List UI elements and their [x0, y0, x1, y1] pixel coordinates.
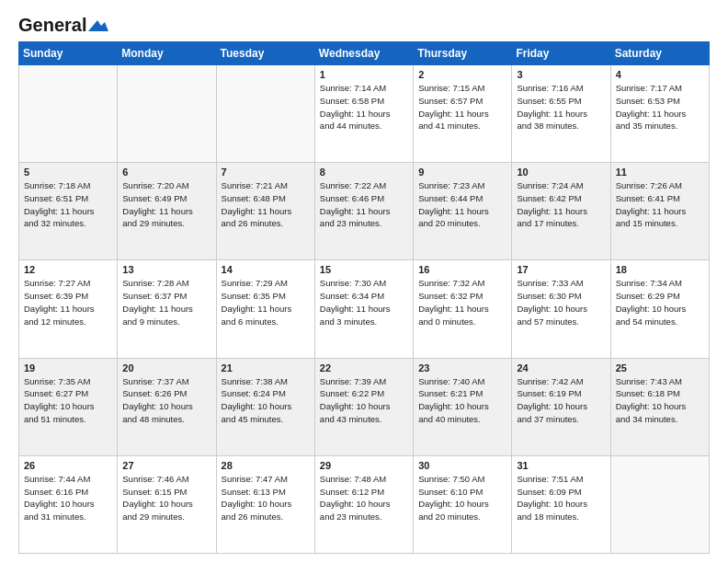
week-row-4: 26Sunrise: 7:44 AM Sunset: 6:16 PM Dayli… — [19, 455, 710, 553]
day-header-tuesday: Tuesday — [216, 42, 314, 65]
day-header-thursday: Thursday — [414, 42, 512, 65]
calendar-cell: 14Sunrise: 7:29 AM Sunset: 6:35 PM Dayli… — [216, 260, 314, 358]
day-info: Sunrise: 7:16 AM Sunset: 6:55 PM Dayligh… — [517, 82, 605, 132]
week-row-1: 5Sunrise: 7:18 AM Sunset: 6:51 PM Daylig… — [19, 163, 710, 260]
day-number: 24 — [517, 362, 605, 373]
day-number: 5 — [24, 167, 112, 178]
day-info: Sunrise: 7:40 AM Sunset: 6:21 PM Dayligh… — [418, 375, 506, 426]
day-number: 8 — [320, 167, 408, 178]
calendar-cell — [216, 65, 314, 163]
day-info: Sunrise: 7:39 AM Sunset: 6:22 PM Dayligh… — [320, 375, 408, 426]
calendar-cell — [19, 65, 118, 163]
day-number: 17 — [517, 264, 605, 275]
day-number: 6 — [122, 167, 210, 178]
calendar-cell: 19Sunrise: 7:35 AM Sunset: 6:27 PM Dayli… — [19, 358, 118, 455]
day-info: Sunrise: 7:50 AM Sunset: 6:10 PM Dayligh… — [418, 473, 506, 523]
day-info: Sunrise: 7:24 AM Sunset: 6:42 PM Dayligh… — [517, 179, 605, 230]
day-info: Sunrise: 7:29 AM Sunset: 6:35 PM Dayligh… — [222, 277, 310, 327]
day-number: 3 — [517, 69, 605, 80]
day-info: Sunrise: 7:14 AM Sunset: 6:58 PM Dayligh… — [320, 82, 408, 132]
svg-marker-0 — [88, 20, 108, 31]
day-number: 20 — [122, 362, 210, 373]
logo-general-text: General — [18, 15, 86, 36]
calendar-cell: 18Sunrise: 7:34 AM Sunset: 6:29 PM Dayli… — [610, 260, 709, 358]
day-info: Sunrise: 7:44 AM Sunset: 6:16 PM Dayligh… — [24, 473, 112, 523]
day-number: 19 — [24, 362, 112, 373]
calendar-cell: 28Sunrise: 7:47 AM Sunset: 6:13 PM Dayli… — [216, 455, 314, 553]
day-info: Sunrise: 7:33 AM Sunset: 6:30 PM Dayligh… — [517, 277, 605, 327]
calendar-cell: 7Sunrise: 7:21 AM Sunset: 6:48 PM Daylig… — [216, 163, 314, 260]
calendar-cell: 23Sunrise: 7:40 AM Sunset: 6:21 PM Dayli… — [414, 358, 512, 455]
day-info: Sunrise: 7:20 AM Sunset: 6:49 PM Dayligh… — [122, 179, 210, 230]
day-info: Sunrise: 7:28 AM Sunset: 6:37 PM Dayligh… — [122, 277, 210, 327]
day-number: 13 — [122, 264, 210, 275]
calendar-cell — [610, 455, 709, 553]
day-info: Sunrise: 7:15 AM Sunset: 6:57 PM Dayligh… — [418, 82, 506, 132]
day-header-wednesday: Wednesday — [314, 42, 413, 65]
day-info: Sunrise: 7:18 AM Sunset: 6:51 PM Dayligh… — [24, 179, 112, 230]
day-number: 14 — [222, 264, 310, 275]
day-info: Sunrise: 7:22 AM Sunset: 6:46 PM Dayligh… — [320, 179, 408, 230]
day-info: Sunrise: 7:37 AM Sunset: 6:26 PM Dayligh… — [122, 375, 210, 426]
day-info: Sunrise: 7:27 AM Sunset: 6:39 PM Dayligh… — [24, 277, 112, 327]
calendar-cell: 20Sunrise: 7:37 AM Sunset: 6:26 PM Dayli… — [118, 358, 216, 455]
calendar-cell: 10Sunrise: 7:24 AM Sunset: 6:42 PM Dayli… — [512, 163, 610, 260]
day-number: 23 — [418, 362, 506, 373]
day-number: 15 — [320, 264, 408, 275]
day-info: Sunrise: 7:30 AM Sunset: 6:34 PM Dayligh… — [320, 277, 408, 327]
calendar-cell: 15Sunrise: 7:30 AM Sunset: 6:34 PM Dayli… — [314, 260, 413, 358]
day-header-sunday: Sunday — [19, 42, 118, 65]
calendar-cell: 31Sunrise: 7:51 AM Sunset: 6:09 PM Dayli… — [512, 455, 610, 553]
day-info: Sunrise: 7:26 AM Sunset: 6:41 PM Dayligh… — [616, 179, 704, 230]
calendar-cell: 30Sunrise: 7:50 AM Sunset: 6:10 PM Dayli… — [414, 455, 512, 553]
calendar-cell: 24Sunrise: 7:42 AM Sunset: 6:19 PM Dayli… — [512, 358, 610, 455]
day-number: 31 — [517, 460, 605, 471]
calendar-cell: 13Sunrise: 7:28 AM Sunset: 6:37 PM Dayli… — [118, 260, 216, 358]
calendar-cell: 17Sunrise: 7:33 AM Sunset: 6:30 PM Dayli… — [512, 260, 610, 358]
day-number: 12 — [24, 264, 112, 275]
day-info: Sunrise: 7:43 AM Sunset: 6:18 PM Dayligh… — [616, 375, 704, 426]
day-number: 28 — [222, 460, 310, 471]
day-number: 10 — [517, 167, 605, 178]
calendar-header-row: SundayMondayTuesdayWednesdayThursdayFrid… — [19, 42, 710, 65]
calendar-cell: 6Sunrise: 7:20 AM Sunset: 6:49 PM Daylig… — [118, 163, 216, 260]
calendar-cell: 16Sunrise: 7:32 AM Sunset: 6:32 PM Dayli… — [414, 260, 512, 358]
day-number: 25 — [616, 362, 704, 373]
day-info: Sunrise: 7:23 AM Sunset: 6:44 PM Dayligh… — [418, 179, 506, 230]
day-header-monday: Monday — [118, 42, 216, 65]
day-number: 22 — [320, 362, 408, 373]
day-info: Sunrise: 7:47 AM Sunset: 6:13 PM Dayligh… — [222, 473, 310, 523]
calendar-cell: 8Sunrise: 7:22 AM Sunset: 6:46 PM Daylig… — [314, 163, 413, 260]
logo: General — [18, 15, 108, 32]
calendar-cell: 21Sunrise: 7:38 AM Sunset: 6:24 PM Dayli… — [216, 358, 314, 455]
day-number: 30 — [418, 460, 506, 471]
calendar-cell: 4Sunrise: 7:17 AM Sunset: 6:53 PM Daylig… — [610, 65, 709, 163]
day-number: 26 — [24, 460, 112, 471]
day-number: 16 — [418, 264, 506, 275]
calendar-cell: 29Sunrise: 7:48 AM Sunset: 6:12 PM Dayli… — [314, 455, 413, 553]
header: General — [18, 15, 710, 32]
calendar-cell: 22Sunrise: 7:39 AM Sunset: 6:22 PM Dayli… — [314, 358, 413, 455]
day-number: 21 — [222, 362, 310, 373]
day-info: Sunrise: 7:46 AM Sunset: 6:15 PM Dayligh… — [122, 473, 210, 523]
logo-bird-icon — [88, 18, 108, 33]
day-info: Sunrise: 7:21 AM Sunset: 6:48 PM Dayligh… — [222, 179, 310, 230]
day-info: Sunrise: 7:35 AM Sunset: 6:27 PM Dayligh… — [24, 375, 112, 426]
calendar-cell: 1Sunrise: 7:14 AM Sunset: 6:58 PM Daylig… — [314, 65, 413, 163]
day-number: 18 — [616, 264, 704, 275]
calendar-cell: 26Sunrise: 7:44 AM Sunset: 6:16 PM Dayli… — [19, 455, 118, 553]
calendar-cell: 25Sunrise: 7:43 AM Sunset: 6:18 PM Dayli… — [610, 358, 709, 455]
page: General SundayMondayTuesdayWednesdayThur… — [0, 0, 728, 563]
day-number: 4 — [616, 69, 704, 80]
day-info: Sunrise: 7:48 AM Sunset: 6:12 PM Dayligh… — [320, 473, 408, 523]
day-info: Sunrise: 7:38 AM Sunset: 6:24 PM Dayligh… — [222, 375, 310, 426]
day-info: Sunrise: 7:32 AM Sunset: 6:32 PM Dayligh… — [418, 277, 506, 327]
week-row-0: 1Sunrise: 7:14 AM Sunset: 6:58 PM Daylig… — [19, 65, 710, 163]
week-row-2: 12Sunrise: 7:27 AM Sunset: 6:39 PM Dayli… — [19, 260, 710, 358]
calendar: SundayMondayTuesdayWednesdayThursdayFrid… — [18, 41, 710, 554]
day-number: 9 — [418, 167, 506, 178]
day-info: Sunrise: 7:17 AM Sunset: 6:53 PM Dayligh… — [616, 82, 704, 132]
week-row-3: 19Sunrise: 7:35 AM Sunset: 6:27 PM Dayli… — [19, 358, 710, 455]
calendar-cell: 12Sunrise: 7:27 AM Sunset: 6:39 PM Dayli… — [19, 260, 118, 358]
day-number: 1 — [320, 69, 408, 80]
